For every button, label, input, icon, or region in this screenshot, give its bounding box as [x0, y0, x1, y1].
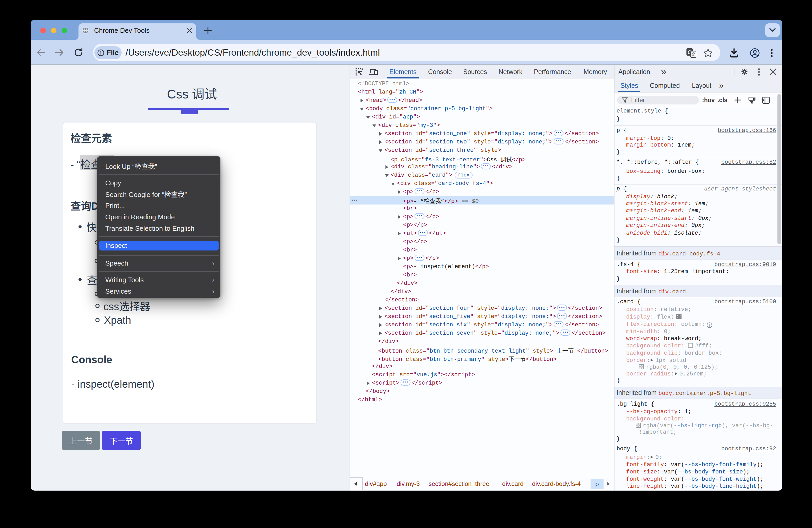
svg-text:文: 文 [691, 51, 695, 57]
